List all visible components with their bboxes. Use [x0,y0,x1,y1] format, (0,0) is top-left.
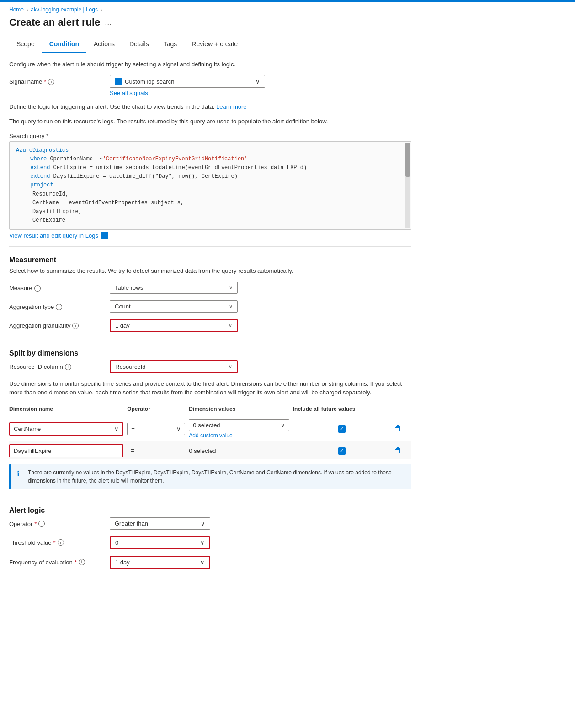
dim-col-operator: Operator [127,403,189,415]
resource-id-row: Resource ID column i ResourceId ∨ [9,360,411,373]
operator-select[interactable]: Greater than ∨ [110,517,210,530]
query-line-8: DaysTillExpire, [16,207,405,216]
divider-2 [9,340,411,340]
certname-include-future-checkbox[interactable]: ✓ [338,425,346,433]
breadcrumb-logs[interactable]: akv-logging-example | Logs [31,6,98,13]
dimensions-info-box: ℹ There are currently no values in the D… [9,464,411,489]
aggregation-type-row: Aggregation type i Count ∨ [9,300,411,313]
certname-values-select[interactable]: 0 selected ∨ [189,419,289,431]
add-custom-value-link[interactable]: Add custom value [189,432,289,439]
frequency-info-icon[interactable]: i [79,559,85,565]
measure-select[interactable]: Table rows ∨ [110,282,238,294]
frequency-chevron-icon: ∨ [200,559,205,566]
tab-actions[interactable]: Actions [86,36,122,53]
query-line-9: CertExpire [16,216,405,225]
operator-chevron-icon: ∨ [201,520,205,527]
dim-delete-cell-1: 🗑 [394,415,411,441]
alert-logic-section: Alert logic Operator * i Greater than ∨ … [9,506,411,569]
tab-bar: Scope Condition Actions Details Tags Rev… [0,36,575,53]
dim-col-values: Dimension values [189,403,293,415]
threshold-row: Threshold value * i 0 ∨ [9,536,411,549]
split-dimensions-title: Split by dimensions [9,349,411,357]
signal-name-select[interactable]: Custom log search ∨ [110,75,265,88]
operator-label: Operator * i [9,517,110,527]
learn-more-desc: Define the logic for triggering an alert… [9,103,411,111]
query-scrollbar[interactable] [405,143,410,229]
dim-values-cell-1: 0 selected ∨ Add custom value [189,415,293,441]
tab-scope[interactable]: Scope [9,36,42,53]
dim-future-cell-1: ✓ [293,415,394,441]
frequency-row: Frequency of evaluation * i 1 day ∨ [9,556,411,569]
learn-more-link[interactable]: Learn more [216,103,246,110]
dim-name-cell-1: CertName ∨ [9,415,127,441]
see-all-signals-link[interactable]: See all signals [110,90,265,96]
tab-condition[interactable]: Condition [42,36,86,53]
signal-name-value: Custom log search [125,78,174,85]
query-line-3: | extend CertExpire = unixtime_seconds_t… [16,164,405,172]
breadcrumb-home[interactable]: Home [9,6,24,13]
resource-id-chevron-icon: ∨ [229,364,232,370]
alert-logic-title: Alert logic [9,506,411,515]
signal-name-label: Signal name * i [9,75,110,85]
search-query-label: Search query [9,133,44,139]
certname-op-chevron-icon: ∨ [176,425,181,432]
agg-gran-info-icon[interactable]: i [72,323,79,329]
threshold-value-input[interactable]: 0 ∨ [110,536,210,549]
resource-id-info-icon[interactable]: i [65,364,71,370]
tab-details[interactable]: Details [122,36,156,53]
certname-dimension-select[interactable]: CertName ∨ [9,422,123,436]
query-line-1: AzureDiagnostics [16,146,405,155]
measurement-section: Measurement Select how to summarize the … [9,256,411,332]
dim-name-cell-2: DaysTillExpire [9,441,127,459]
signal-icon [115,78,122,85]
dim-future-cell-2: ✓ [293,441,394,459]
query-description: The query to run on this resource's logs… [9,117,411,126]
signal-chevron-icon: ∨ [256,78,260,85]
operator-row: Operator * i Greater than ∨ [9,517,411,530]
frequency-select[interactable]: 1 day ∨ [110,556,210,569]
daystillexpire-dimension-input[interactable]: DaysTillExpire [9,444,123,457]
daystillexpire-delete-button[interactable]: 🗑 [394,446,402,454]
measure-chevron-icon: ∨ [229,285,233,291]
divider-3 [9,497,411,497]
query-line-7: CertName = eventGridEventProperties_subj… [16,199,405,207]
search-query-editor[interactable]: AzureDiagnostics | where OperationName =… [9,141,411,230]
breadcrumb: Home › akv-logging-example | Logs › [0,2,575,15]
certname-delete-button[interactable]: 🗑 [394,425,402,432]
dim-operator-cell-2: = [127,441,189,459]
aggregation-type-label: Aggregation type i [9,300,110,310]
view-result-link[interactable]: View result and edit query in Logs [9,232,98,239]
threshold-info-icon[interactable]: i [58,539,64,546]
main-content: Configure when the alert rule should tri… [0,53,421,583]
scrollbar-thumb [405,143,410,177]
info-box-icon: ℹ [17,468,24,485]
resource-id-label: Resource ID column i [9,360,110,370]
tab-tags[interactable]: Tags [156,36,185,53]
signal-name-info-icon[interactable]: i [48,79,54,85]
aggregation-granularity-select[interactable]: 1 day ∨ [110,319,238,332]
dim-description: Use dimensions to monitor specific time … [9,380,411,396]
query-line-4: | extend DaysTillExpire = datetime_diff(… [16,172,405,181]
resource-id-select[interactable]: ResourceId ∨ [110,360,238,373]
frequency-label: Frequency of evaluation * i [9,556,110,566]
required-marker: * [44,78,46,85]
more-options-button[interactable]: ... [105,18,112,27]
daystillexpire-include-future-checkbox[interactable]: ✓ [338,447,346,455]
page-title: Create an alert rule [9,16,100,28]
measure-info-icon[interactable]: i [34,285,41,292]
table-row: CertName ∨ = ∨ 0 selected [9,415,411,441]
agg-type-chevron-icon: ∨ [229,303,233,309]
dimensions-table: Dimension name Operator Dimension values… [9,403,411,459]
scope-description: Configure when the alert rule should tri… [9,60,411,69]
info-box-text: There are currently no values in the Day… [28,468,405,485]
frequency-required: * [75,559,77,566]
operator-info-icon[interactable]: i [38,521,45,527]
table-row: DaysTillExpire = 0 selected ✓ [9,441,411,459]
aggregation-type-select[interactable]: Count ∨ [110,300,238,313]
agg-type-info-icon[interactable]: i [56,304,62,310]
certname-operator-select[interactable]: = ∨ [127,423,185,435]
tab-review-create[interactable]: Review + create [184,36,245,53]
measure-row: Measure i Table rows ∨ [9,282,411,294]
certname-val-chevron-icon: ∨ [281,422,285,429]
measure-label: Measure i [9,282,110,292]
